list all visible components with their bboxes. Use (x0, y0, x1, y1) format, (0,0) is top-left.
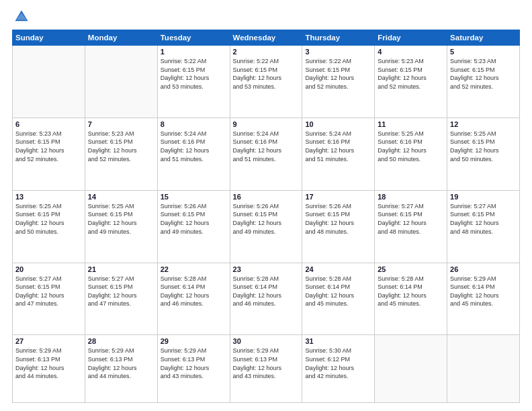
day-number: 1 (161, 48, 227, 56)
day-number: 31 (305, 337, 371, 345)
day-info: Sunrise: 5:27 AM Sunset: 6:15 PM Dayligh… (450, 202, 517, 236)
day-number: 7 (88, 120, 154, 128)
day-info: Sunrise: 5:22 AM Sunset: 6:15 PM Dayligh… (305, 57, 371, 91)
day-info: Sunrise: 5:26 AM Sunset: 6:15 PM Dayligh… (233, 202, 300, 236)
calendar-day-cell: 30Sunrise: 5:29 AM Sunset: 6:13 PM Dayli… (230, 335, 302, 403)
calendar-day-cell: 19Sunrise: 5:27 AM Sunset: 6:15 PM Dayli… (447, 190, 520, 263)
day-info: Sunrise: 5:29 AM Sunset: 6:13 PM Dayligh… (161, 347, 227, 380)
day-info: Sunrise: 5:27 AM Sunset: 6:15 PM Dayligh… (88, 275, 154, 308)
calendar-day-cell: 23Sunrise: 5:28 AM Sunset: 6:14 PM Dayli… (230, 263, 302, 335)
calendar-day-cell: 22Sunrise: 5:28 AM Sunset: 6:14 PM Dayli… (157, 263, 230, 335)
day-info: Sunrise: 5:28 AM Sunset: 6:14 PM Dayligh… (161, 275, 227, 308)
day-info: Sunrise: 5:27 AM Sunset: 6:15 PM Dayligh… (15, 275, 82, 308)
day-info: Sunrise: 5:23 AM Sunset: 6:15 PM Dayligh… (378, 57, 444, 91)
calendar-header-row: SundayMondayTuesdayWednesdayThursdayFrid… (13, 30, 520, 46)
day-number: 8 (161, 120, 227, 128)
day-number: 5 (450, 48, 517, 56)
day-number: 17 (305, 193, 371, 201)
day-number: 14 (88, 193, 154, 201)
day-info: Sunrise: 5:24 AM Sunset: 6:16 PM Dayligh… (233, 130, 300, 163)
day-number: 12 (450, 120, 517, 128)
logo-icon (14, 9, 29, 24)
calendar-empty-cell (85, 46, 157, 118)
day-info: Sunrise: 5:24 AM Sunset: 6:16 PM Dayligh… (305, 130, 371, 163)
calendar-week-row: 6Sunrise: 5:23 AM Sunset: 6:15 PM Daylig… (13, 118, 520, 190)
calendar-empty-cell (375, 335, 447, 403)
day-number: 6 (15, 120, 82, 128)
calendar-day-cell: 21Sunrise: 5:27 AM Sunset: 6:15 PM Dayli… (85, 263, 157, 335)
day-info: Sunrise: 5:27 AM Sunset: 6:15 PM Dayligh… (378, 202, 444, 236)
calendar-day-cell: 20Sunrise: 5:27 AM Sunset: 6:15 PM Dayli… (13, 263, 85, 335)
day-number: 27 (15, 337, 82, 345)
calendar-week-row: 1Sunrise: 5:22 AM Sunset: 6:15 PM Daylig… (13, 46, 520, 118)
svg-marker-1 (16, 13, 27, 20)
calendar-day-cell: 13Sunrise: 5:25 AM Sunset: 6:15 PM Dayli… (13, 190, 85, 263)
calendar-day-cell: 18Sunrise: 5:27 AM Sunset: 6:15 PM Dayli… (375, 190, 447, 263)
calendar-day-cell: 29Sunrise: 5:29 AM Sunset: 6:13 PM Dayli… (157, 335, 230, 403)
day-info: Sunrise: 5:28 AM Sunset: 6:14 PM Dayligh… (305, 275, 371, 308)
calendar-day-cell: 5Sunrise: 5:23 AM Sunset: 6:15 PM Daylig… (447, 46, 520, 118)
calendar-empty-cell (447, 335, 520, 403)
calendar-day-cell: 27Sunrise: 5:29 AM Sunset: 6:13 PM Dayli… (13, 335, 85, 403)
calendar-day-cell: 3Sunrise: 5:22 AM Sunset: 6:15 PM Daylig… (302, 46, 375, 118)
day-info: Sunrise: 5:23 AM Sunset: 6:15 PM Dayligh… (450, 57, 517, 91)
weekday-header-wednesday: Wednesday (230, 30, 302, 46)
calendar-day-cell: 8Sunrise: 5:24 AM Sunset: 6:16 PM Daylig… (157, 118, 230, 190)
day-number: 19 (450, 193, 517, 201)
calendar-day-cell: 7Sunrise: 5:23 AM Sunset: 6:15 PM Daylig… (85, 118, 157, 190)
calendar-day-cell: 15Sunrise: 5:26 AM Sunset: 6:15 PM Dayli… (157, 190, 230, 263)
day-number: 13 (15, 193, 82, 201)
weekday-header-monday: Monday (85, 30, 157, 46)
calendar-week-row: 27Sunrise: 5:29 AM Sunset: 6:13 PM Dayli… (13, 335, 520, 403)
day-number: 28 (88, 337, 154, 345)
calendar-day-cell: 17Sunrise: 5:26 AM Sunset: 6:15 PM Dayli… (302, 190, 375, 263)
day-info: Sunrise: 5:29 AM Sunset: 6:13 PM Dayligh… (233, 347, 300, 380)
day-info: Sunrise: 5:26 AM Sunset: 6:15 PM Dayligh… (305, 202, 371, 236)
day-number: 25 (378, 265, 444, 273)
day-info: Sunrise: 5:22 AM Sunset: 6:15 PM Dayligh… (161, 57, 227, 91)
day-number: 29 (161, 337, 227, 345)
weekday-header-thursday: Thursday (302, 30, 375, 46)
day-number: 3 (305, 48, 371, 56)
day-info: Sunrise: 5:26 AM Sunset: 6:15 PM Dayligh… (161, 202, 227, 236)
calendar-day-cell: 2Sunrise: 5:22 AM Sunset: 6:15 PM Daylig… (230, 46, 302, 118)
day-number: 21 (88, 265, 154, 273)
page: SundayMondayTuesdayWednesdayThursdayFrid… (0, 0, 532, 411)
day-info: Sunrise: 5:25 AM Sunset: 6:15 PM Dayligh… (15, 202, 82, 236)
calendar-day-cell: 24Sunrise: 5:28 AM Sunset: 6:14 PM Dayli… (302, 263, 375, 335)
weekday-header-saturday: Saturday (447, 30, 520, 46)
calendar-day-cell: 28Sunrise: 5:29 AM Sunset: 6:13 PM Dayli… (85, 335, 157, 403)
calendar-day-cell: 14Sunrise: 5:25 AM Sunset: 6:15 PM Dayli… (85, 190, 157, 263)
day-number: 18 (378, 193, 444, 201)
day-info: Sunrise: 5:29 AM Sunset: 6:13 PM Dayligh… (15, 347, 82, 380)
day-number: 4 (378, 48, 444, 56)
calendar-day-cell: 4Sunrise: 5:23 AM Sunset: 6:15 PM Daylig… (375, 46, 447, 118)
calendar-day-cell: 9Sunrise: 5:24 AM Sunset: 6:16 PM Daylig… (230, 118, 302, 190)
day-info: Sunrise: 5:30 AM Sunset: 6:12 PM Dayligh… (305, 347, 371, 380)
day-info: Sunrise: 5:25 AM Sunset: 6:16 PM Dayligh… (378, 130, 444, 163)
calendar-day-cell: 25Sunrise: 5:28 AM Sunset: 6:14 PM Dayli… (375, 263, 447, 335)
day-number: 24 (305, 265, 371, 273)
calendar-day-cell: 11Sunrise: 5:25 AM Sunset: 6:16 PM Dayli… (375, 118, 447, 190)
day-number: 20 (15, 265, 82, 273)
logo (12, 12, 29, 24)
day-info: Sunrise: 5:22 AM Sunset: 6:15 PM Dayligh… (233, 57, 300, 91)
calendar-day-cell: 1Sunrise: 5:22 AM Sunset: 6:15 PM Daylig… (157, 46, 230, 118)
day-number: 10 (305, 120, 371, 128)
day-number: 11 (378, 120, 444, 128)
weekday-header-tuesday: Tuesday (157, 30, 230, 46)
day-number: 26 (450, 265, 517, 273)
calendar-week-row: 20Sunrise: 5:27 AM Sunset: 6:15 PM Dayli… (13, 263, 520, 335)
day-info: Sunrise: 5:25 AM Sunset: 6:15 PM Dayligh… (88, 202, 154, 236)
calendar-day-cell: 6Sunrise: 5:23 AM Sunset: 6:15 PM Daylig… (13, 118, 85, 190)
day-number: 16 (233, 193, 300, 201)
day-number: 22 (161, 265, 227, 273)
day-number: 30 (233, 337, 300, 345)
calendar-day-cell: 10Sunrise: 5:24 AM Sunset: 6:16 PM Dayli… (302, 118, 375, 190)
calendar-day-cell: 16Sunrise: 5:26 AM Sunset: 6:15 PM Dayli… (230, 190, 302, 263)
day-info: Sunrise: 5:23 AM Sunset: 6:15 PM Dayligh… (15, 130, 82, 163)
weekday-header-sunday: Sunday (13, 30, 85, 46)
day-number: 15 (161, 193, 227, 201)
header (12, 12, 520, 24)
day-info: Sunrise: 5:29 AM Sunset: 6:14 PM Dayligh… (450, 275, 517, 308)
